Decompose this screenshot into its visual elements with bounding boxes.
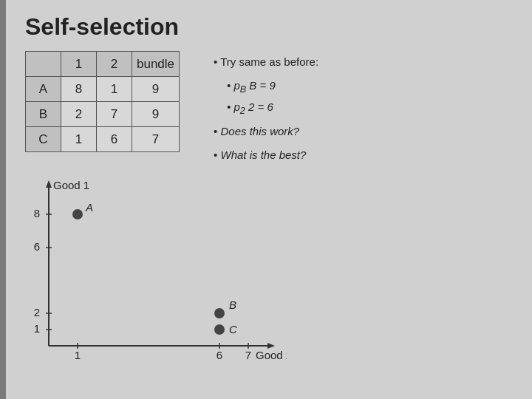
y-tick-2: 2 [34,306,40,318]
table-row: A 8 1 9 [26,77,180,102]
point-c [214,324,225,335]
chart-svg: 8 6 2 1 1 6 7 Good 1 Good 2 [21,176,287,375]
good1-axis-label: Good 1 [53,179,89,191]
bullet-main: • Try same as before: [214,52,318,72]
label-c: C [229,323,237,335]
row-label-c: C [26,127,61,152]
content-row: 1 2 bundle A 8 1 9 B 2 7 9 C 1 6 7 [25,51,514,168]
label-a: A [85,201,93,214]
x-tick-1: 1 [75,349,81,361]
cell-a-2: 1 [97,77,132,102]
svg-marker-2 [46,180,52,188]
table-header-1: 1 [61,52,97,77]
slide: Self-selection 1 2 bundle A 8 1 9 B 2 7 … [0,0,532,399]
cell-b-2: 7 [97,102,132,127]
cell-a-1: 8 [61,77,97,102]
cell-c-2: 6 [97,127,132,152]
y-tick-6: 6 [34,240,40,253]
table-header-empty [26,52,61,77]
svg-marker-3 [267,343,275,349]
y-tick-8: 8 [34,207,40,219]
cell-c-bundle: 7 [132,127,180,152]
point-a [72,209,83,219]
bullet-pb: • pB B = 9 [227,76,318,98]
bullet-what-is-best: • What is the best? [214,146,318,165]
table-header-2: 2 [97,52,132,77]
cell-c-1: 1 [61,127,97,152]
cell-a-bundle: 9 [132,77,180,102]
table-header-bundle: bundle [132,52,180,77]
bullet-p2: • p2 2 = 6 [227,98,318,119]
bullets-panel: • Try same as before: • pB B = 9 • p2 2 … [214,52,318,168]
x-tick-6: 6 [216,349,222,361]
label-b: B [229,299,236,311]
y-tick-1: 1 [34,322,40,335]
cell-b-1: 2 [61,102,97,127]
bundle-table: 1 2 bundle A 8 1 9 B 2 7 9 C 1 6 7 [25,51,180,152]
table-row: B 2 7 9 [26,102,180,127]
table-row: C 1 6 7 [26,127,180,152]
page-title: Self-selection [25,13,514,41]
row-label-a: A [26,77,61,102]
good2-axis-label: Good 2 [256,349,287,361]
cell-b-bundle: 9 [132,102,180,127]
row-label-b: B [26,102,61,127]
point-b [214,308,225,318]
chart-area: 8 6 2 1 1 6 7 Good 1 Good 2 [21,176,287,375]
x-tick-7: 7 [245,349,251,361]
bullet-does-this-work: • Does this work? [214,122,318,141]
